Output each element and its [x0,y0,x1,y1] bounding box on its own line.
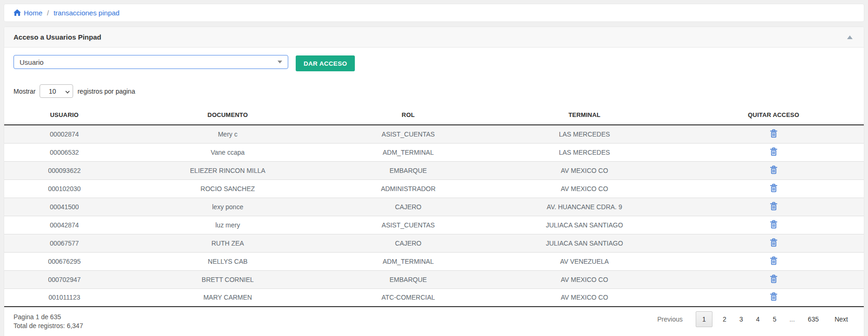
dar-acceso-button[interactable]: DAR ACCESO [296,55,355,71]
pagination-previous[interactable]: Previous [651,311,689,327]
column-header-usuario: USUARIO [4,105,124,125]
cell-rol: ASIST_CUENTAS [331,216,485,234]
cell-rol: EMBARQUE [331,270,485,288]
cell-quitar-acceso [683,288,864,307]
pagination-page-3[interactable]: 3 [733,311,750,327]
trash-icon [770,256,778,267]
footer-info: Pagina 1 de 635 Total de registros: 6,34… [14,313,83,330]
cell-rol: CAJERO [331,234,485,252]
pagination-next[interactable]: Next [828,311,854,327]
cell-rol: ADMINISTRADOR [331,179,485,198]
breadcrumb-home-link[interactable]: Home [14,9,42,17]
pagesize-row: Mostrar 10 registros por pagina [4,84,864,98]
cell-documento: MARY CARMEN [124,288,331,307]
cell-usuario: 00042874 [4,216,124,234]
breadcrumb: Home / transacciones pinpad [4,4,864,22]
cell-documento: lexy ponce [124,198,331,216]
breadcrumb-current-link[interactable]: transacciones pinpad [54,9,120,17]
column-header-rol: ROL [331,105,485,125]
table-row: 00042874luz meryASIST_CUENTASJULIACA SAN… [4,216,864,234]
cell-documento: RUTH ZEA [124,234,331,252]
cell-quitar-acceso [683,216,864,234]
table-row: 000093622ELIEZER RINCON MILLAEMBARQUEAV … [4,161,864,179]
table-row: 001011123MARY CARMENATC-COMERCIALAV MEXI… [4,288,864,307]
cell-quitar-acceso [683,198,864,216]
trash-icon [770,202,778,212]
remove-access-button[interactable] [768,146,780,158]
column-header-documento: DOCUMENTO [124,105,331,125]
table-row: 00006532Vane ccapaADM_TERMINALLAS MERCED… [4,143,864,161]
column-header-terminal: TERMINAL [486,105,684,125]
cell-quitar-acceso [683,252,864,270]
trash-icon [770,238,778,248]
cell-rol: ADM_TERMINAL [331,252,485,270]
pagination-page-1[interactable]: 1 [696,311,712,327]
controls-row: Usuario DAR ACCESO [4,55,864,71]
panel-body: Usuario DAR ACCESO Mostrar 10 registros … [4,48,864,307]
access-panel: Acceso a Usuarios Pinpad Usuario DAR ACC… [4,27,864,336]
remove-access-button[interactable] [768,237,780,249]
cell-terminal: JULIACA SAN SANTIAGO [486,234,684,252]
pagination-page-4[interactable]: 4 [750,311,766,327]
table-row: 00041500lexy ponceCAJEROAV. HUANCANE CDR… [4,198,864,216]
remove-access-button[interactable] [768,255,780,267]
panel-header: Acceso a Usuarios Pinpad [4,27,864,48]
cell-terminal: AV MEXICO CO [486,161,684,179]
cell-usuario: 00002874 [4,125,124,143]
cell-documento: ROCIO SANCHEZ [124,179,331,198]
remove-access-button[interactable] [768,183,780,195]
remove-access-button[interactable] [768,219,780,231]
total-records-label: Total de registros: 6,347 [14,322,83,330]
page-info-label: Pagina 1 de 635 [14,313,83,322]
cell-quitar-acceso [683,270,864,288]
pagesize-select[interactable]: 10 [40,84,73,98]
trash-icon [770,220,778,230]
remove-access-button[interactable] [768,291,780,303]
chevron-down-icon [278,61,282,63]
cell-terminal: LAS MERCEDES [486,125,684,143]
cell-quitar-acceso [683,161,864,179]
cell-quitar-acceso [683,125,864,143]
panel-footer: Pagina 1 de 635 Total de registros: 6,34… [4,307,864,336]
collapse-up-icon[interactable] [847,35,853,39]
pagination-page-2[interactable]: 2 [716,311,733,327]
cell-usuario: 00006532 [4,143,124,161]
panel-title: Acceso a Usuarios Pinpad [14,33,101,41]
remove-access-button[interactable] [768,201,780,213]
cell-rol: ATC-COMERCIAL [331,288,485,307]
cell-terminal: AV MEXICO CO [486,270,684,288]
cell-usuario: 000093622 [4,161,124,179]
cell-documento: NELLYS CAB [124,252,331,270]
trash-icon [770,129,778,139]
user-select[interactable]: Usuario [14,55,288,69]
table-row: 000676295NELLYS CABADM_TERMINALAV VENEZU… [4,252,864,270]
cell-quitar-acceso [683,234,864,252]
cell-usuario: 000102030 [4,179,124,198]
cell-quitar-acceso [683,143,864,161]
remove-access-button[interactable] [768,165,780,177]
cell-rol: ADM_TERMINAL [331,143,485,161]
home-icon [14,9,21,16]
trash-icon [770,184,778,194]
table-row: 000102030ROCIO SANCHEZADMINISTRADORAV ME… [4,179,864,198]
column-header-quitar-acceso: QUITAR ACCESO [683,105,864,125]
cell-rol: CAJERO [331,198,485,216]
remove-access-button[interactable] [768,274,780,286]
breadcrumb-home-label: Home [24,9,42,17]
table-row: 00067577RUTH ZEACAJEROJULIACA SAN SANTIA… [4,234,864,252]
cell-terminal: LAS MERCEDES [486,143,684,161]
cell-usuario: 001011123 [4,288,124,307]
cell-documento: ELIEZER RINCON MILLA [124,161,331,179]
cell-quitar-acceso [683,179,864,198]
remove-access-button[interactable] [768,128,780,140]
cell-usuario: 000676295 [4,252,124,270]
table-header-row: USUARIO DOCUMENTO ROL TERMINAL QUITAR AC… [4,105,864,125]
pagination-page-635[interactable]: 635 [801,311,825,327]
trash-icon [770,147,778,158]
cell-rol: ASIST_CUENTAS [331,125,485,143]
cell-terminal: AV. HUANCANE CDRA. 9 [486,198,684,216]
pagesize-prefix-label: Mostrar [14,88,35,95]
trash-icon [770,165,778,176]
table-row: 00002874Mery cASIST_CUENTASLAS MERCEDES [4,125,864,143]
pagination-page-5[interactable]: 5 [766,311,783,327]
